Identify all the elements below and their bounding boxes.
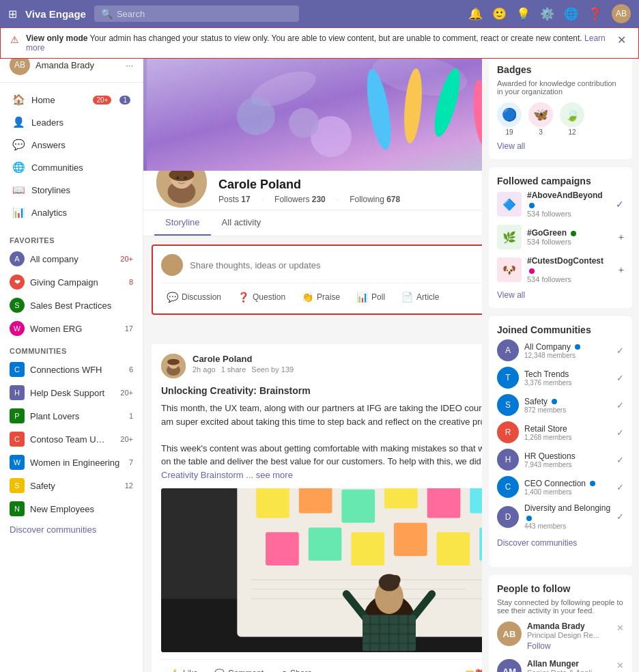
sidebar-item-home[interactable]: 🏠 Home 20+ 1 — [3, 89, 140, 111]
comm-item-women-eng[interactable]: W Women in Engineering 7 — [0, 451, 143, 474]
sidebar-item-answers[interactable]: 💬 Answers — [3, 134, 140, 156]
fav-item-allcompany[interactable]: A All company 20+ — [0, 247, 143, 270]
storylines-icon: 📖 — [12, 184, 25, 196]
globe-icon[interactable]: 🌐 — [564, 7, 578, 21]
question-label: Question — [253, 292, 285, 302]
campaigns-view-all[interactable]: View all — [497, 290, 624, 300]
campaign-avatar-3: 🐶 — [497, 257, 522, 282]
fav-item-giving[interactable]: ❤ Giving Campaign 8 — [0, 270, 143, 294]
badge-item-1: 🔵 19 — [497, 102, 522, 136]
user-avatar[interactable]: AB — [612, 4, 631, 23]
svg-rect-32 — [309, 527, 342, 561]
share-button[interactable]: ↗ Share — [272, 665, 320, 672]
profile-followers-stat[interactable]: Followers 230 — [274, 195, 326, 204]
sidebar-item-storylines[interactable]: 📖 Storylines — [3, 179, 140, 201]
composer-question-button[interactable]: ❓ Question — [232, 289, 291, 305]
sidebar-item-leaders[interactable]: 👤 Leaders — [3, 111, 140, 133]
svg-rect-26 — [299, 488, 332, 514]
jc-status-diversity: ✓ — [616, 512, 624, 522]
tab-storyline[interactable]: Storyline — [154, 210, 211, 236]
people-close-1[interactable]: ✕ — [616, 621, 624, 633]
communities-section-title: Communities — [0, 340, 143, 358]
alert-close-button[interactable]: ✕ — [614, 33, 629, 46]
tab-all-activity[interactable]: All activity — [211, 210, 272, 236]
badge-count-3: 12 — [568, 128, 576, 136]
people-item-2: AM Allan Munger Senior Data & Appli... F… — [497, 659, 624, 672]
discover-communities-link[interactable]: Discover communities — [0, 520, 143, 539]
campaign-item-2: 🌿 #GoGreen 534 followers + — [497, 225, 624, 249]
sidebar-item-communities[interactable]: 🌐 Communities — [3, 156, 140, 178]
people-avatar-2: AM — [497, 659, 522, 672]
composer-praise-button[interactable]: 👏 Praise — [296, 289, 345, 305]
jc-item-diversity[interactable]: D Diversity and Belonging 443 members ✓ — [497, 503, 624, 530]
share-label: Share — [290, 669, 312, 672]
fav-item-women-erg[interactable]: W Women ERG 17 — [0, 317, 143, 340]
composer-article-button[interactable]: 📄 Article — [396, 289, 444, 305]
sidebar-user-more-button[interactable]: ··· — [126, 60, 133, 70]
stat-divider1: · — [261, 195, 264, 204]
comm-avatar-contoso: C — [10, 432, 25, 447]
composer-poll-button[interactable]: 📊 Poll — [351, 289, 390, 305]
jc-members-retail: 1,268 members — [524, 434, 611, 441]
campaign-followers-1: 534 followers — [527, 210, 610, 218]
fav-item-sales[interactable]: S Sales Best Practices — [0, 294, 143, 317]
jc-verified-allcompany — [575, 344, 580, 350]
jc-item-techtrends[interactable]: T Tech Trends 3,376 members ✓ — [497, 367, 624, 389]
jc-item-retail[interactable]: R Retail Store 1,268 members ✓ — [497, 421, 624, 443]
comm-item-new-employees[interactable]: N New Employees — [0, 497, 143, 520]
rs-discover-communities[interactable]: Discover communities — [497, 535, 624, 550]
grid-icon[interactable]: ⊞ — [8, 8, 17, 20]
people-close-2[interactable]: ✕ — [616, 659, 624, 671]
alert-text: View only mode Your admin has changed yo… — [26, 33, 608, 53]
smiley-icon[interactable]: 🙂 — [492, 7, 507, 21]
campaign-action-2[interactable]: + — [619, 232, 624, 242]
search-bar[interactable]: 🔍 — [94, 5, 299, 22]
jc-name-allcompany: All Company — [524, 342, 611, 352]
search-input[interactable] — [117, 9, 292, 19]
lightbulb-icon[interactable]: 💡 — [516, 7, 530, 21]
campaign-action-1[interactable]: ✓ — [616, 199, 624, 210]
sidebar-label-leaders: Leaders — [31, 117, 63, 128]
main-layout: AB Amanda Brady ··· 🏠 Home 20+ 1 👤 Leade… — [0, 48, 639, 672]
verified-dot-2 — [571, 231, 576, 236]
comm-item-wfh[interactable]: C Connections WFH 6 — [0, 358, 143, 381]
profile-following-stat[interactable]: Following 678 — [350, 195, 400, 204]
post-seen-by: Seen by 139 — [251, 365, 294, 374]
comment-icon: 💬 — [214, 669, 225, 672]
svg-rect-28 — [384, 488, 418, 509]
badge-item-2: 🦋 3 — [528, 102, 553, 136]
svg-rect-25 — [256, 488, 289, 518]
comm-item-helpdesk[interactable]: H Help Desk Support 20+ — [0, 381, 143, 404]
badge-circle-2: 🦋 — [528, 102, 553, 127]
sidebar-item-analytics[interactable]: 📊 Analytics — [3, 201, 140, 223]
campaign-item-1: 🔷 #AboveAndBeyond 534 followers ✓ — [497, 191, 624, 218]
follow-button-1[interactable]: Follow — [527, 641, 611, 651]
comm-item-safety[interactable]: S Safety 12 — [0, 474, 143, 497]
see-more-link[interactable]: ... see more — [246, 470, 293, 480]
topbar-icons: 🔔 🙂 💡 ⚙️ 🌐 ❓ AB — [468, 4, 631, 23]
comm-item-contoso[interactable]: C Contoso Team UX (Desig... 20+ — [0, 428, 143, 451]
home-badge2: 1 — [119, 96, 130, 104]
help-icon[interactable]: ❓ — [588, 7, 602, 21]
jc-avatar-safety: S — [497, 394, 519, 416]
campaign-action-3[interactable]: + — [619, 264, 624, 275]
discussion-label: Discussion — [182, 292, 221, 302]
svg-point-11 — [237, 97, 275, 135]
bell-icon[interactable]: 🔔 — [468, 7, 483, 21]
people-item-1: AB Amanda Brady Principal Design Re... F… — [497, 621, 624, 651]
settings-icon[interactable]: ⚙️ — [540, 7, 554, 21]
jc-info-safety: Safety 872 members — [524, 397, 611, 414]
jc-item-allcompany[interactable]: A All Company 12,348 members ✓ — [497, 339, 624, 361]
like-button[interactable]: 👍 Like — [161, 665, 206, 672]
jc-item-ceo[interactable]: C CEO Connection 1,400 members ✓ — [497, 476, 624, 498]
comm-item-plants[interactable]: P Plant Lovers 1 — [0, 404, 143, 428]
alert-label: View only mode — [26, 33, 87, 43]
jc-item-safety[interactable]: S Safety 872 members ✓ — [497, 394, 624, 416]
composer-discussion-button[interactable]: 💬 Discussion — [161, 289, 227, 305]
badges-view-all[interactable]: View all — [497, 141, 624, 151]
comment-button[interactable]: 💬 Comment — [206, 665, 272, 672]
jc-avatar-allcompany: A — [497, 339, 519, 361]
profile-posts-stat[interactable]: Posts 17 — [218, 195, 251, 204]
jc-item-hr[interactable]: H HR Questions 7,943 members ✓ — [497, 449, 624, 471]
comm-avatar-new-employees: N — [10, 501, 25, 516]
